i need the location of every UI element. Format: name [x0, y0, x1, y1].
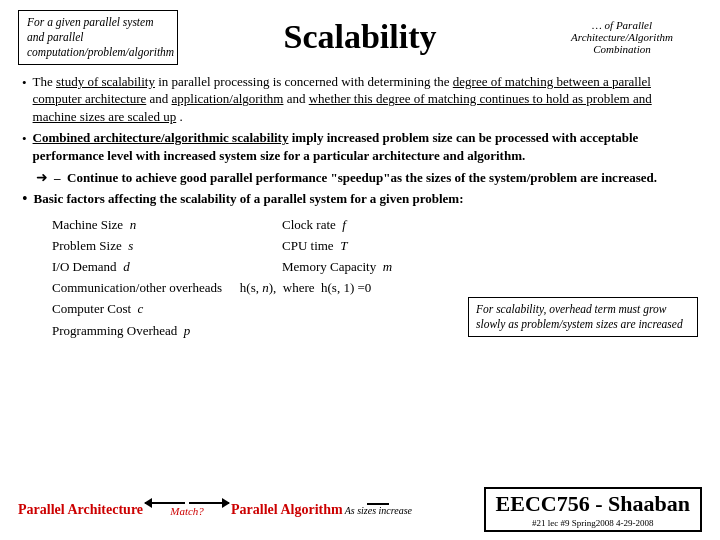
footer-arrows — [145, 502, 229, 504]
factor-programming-overhead: Programming Overhead p — [52, 321, 282, 341]
factors-bullet: • — [22, 188, 28, 210]
footer-eecc-main: EECC756 - Shaaban — [496, 491, 690, 516]
header: For a given parallel system and parallel… — [18, 10, 702, 65]
header-box: For a given parallel system and parallel… — [18, 10, 178, 65]
footer: Parallel Architecture Match? Parallel Al… — [18, 487, 702, 532]
bullet-1: • The study of scalability in parallel p… — [22, 73, 698, 126]
bullet-1-symbol: • — [22, 74, 27, 126]
factor-io-demand: I/O Demand d — [52, 257, 282, 277]
footer-eecc: EECC756 - Shaaban #21 lec #9 Spring2008 … — [484, 487, 702, 532]
factor-computer-cost-row: Computer Cost c For scalability, overhea… — [52, 299, 698, 319]
footer-arrows-container: Match? — [145, 502, 229, 517]
footer-match-label: Match? — [170, 505, 204, 517]
factors-header: • Basic factors affecting the scalabilit… — [22, 190, 698, 210]
footer-algo-label: Parallel Algorithm — [231, 502, 343, 518]
arrow-right-icon — [189, 502, 229, 504]
header-subtitle: … of Parallel Architecture/Algorithm Com… — [542, 19, 702, 55]
bullet-2-symbol: • — [22, 130, 27, 164]
factor-cpu-time: CPU time T — [282, 236, 698, 256]
factor-c: c — [138, 301, 144, 316]
bullet-2: • Combined architecture/algorithmic scal… — [22, 129, 698, 164]
span-study: study of scalability — [56, 74, 155, 89]
factors-header-text: Basic factors affecting the scalability … — [34, 190, 464, 210]
arrow-text: – Continue to achieve good parallel perf… — [54, 169, 657, 187]
factor-T: T — [340, 238, 347, 253]
factor-communication: Communication/other overheads h(s, n), w… — [52, 278, 698, 298]
factor-s: s — [128, 238, 133, 253]
factor-comm-label: Communication/other overheads — [52, 279, 222, 297]
content-area: • The study of scalability in parallel p… — [18, 73, 702, 341]
arrow-symbol: ➜ — [36, 169, 48, 186]
factor-d: d — [123, 259, 130, 274]
sizes-arrow — [367, 503, 389, 505]
scalability-tooltip: For scalability, overhead term must grow… — [468, 297, 698, 337]
slide: For a given parallel system and parallel… — [0, 0, 720, 540]
factor-f: f — [342, 217, 346, 232]
slide-title: Scalability — [190, 18, 530, 56]
factor-problem-size: Problem Size s — [52, 236, 282, 256]
footer-arch-label: Parallel Architecture — [18, 502, 143, 518]
factor-clock-rate: Clock rate f — [282, 215, 698, 235]
factor-comm-value: h(s, n), where h(s, 1) =0 — [230, 279, 371, 297]
footer-sizes-label: As sizes increase — [345, 503, 412, 516]
span-algo: application/algorithm — [172, 91, 284, 106]
footer-arch-section: Parallel Architecture Match? Parallel Al… — [18, 502, 412, 518]
span-combined: Combined architecture/algorithmic scalab… — [33, 130, 289, 145]
factor-memory-capacity: Memory Capacity m — [282, 257, 698, 277]
arrow-item: ➜ – Continue to achieve good parallel pe… — [36, 169, 698, 187]
factor-n: n — [130, 217, 137, 232]
bullet-2-text: Combined architecture/algorithmic scalab… — [33, 129, 698, 164]
factor-p: p — [184, 323, 191, 338]
factor-computer-cost: Computer Cost c — [52, 300, 282, 318]
factor-m: m — [383, 259, 392, 274]
factors-grid: Machine Size n Clock rate f Problem Size… — [52, 215, 698, 341]
bullet-1-text: The study of scalability in parallel pro… — [33, 73, 698, 126]
factor-machine-size: Machine Size n — [52, 215, 282, 235]
arrow-left-icon — [145, 502, 185, 504]
footer-sizes-text: As sizes increase — [345, 505, 412, 516]
footer-eecc-sub: #21 lec #9 Spring2008 4-29-2008 — [496, 518, 690, 528]
